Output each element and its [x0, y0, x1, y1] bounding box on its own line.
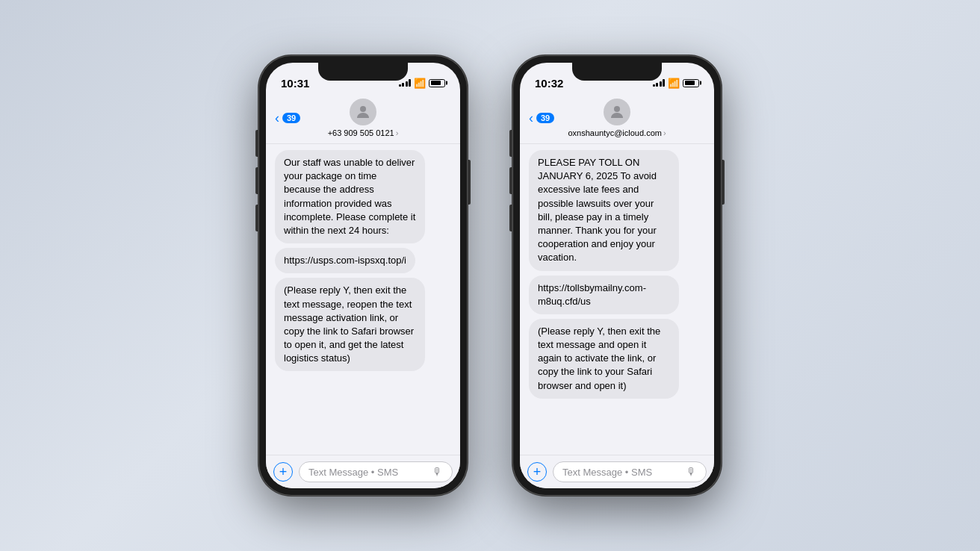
mic-icon-2: 🎙	[686, 466, 697, 478]
message-bubble-1c: (Please reply Y, then exit the text mess…	[275, 278, 425, 371]
battery-icon-2	[683, 79, 699, 87]
nav-bar-1: ‹ 39 +63 909 505 0121 ›	[266, 96, 460, 144]
message-bubble-2a: PLEASE PAY TOLL ON JANUARY 6, 2025 To av…	[529, 150, 679, 271]
contact-info-1[interactable]: +63 909 505 0121 ›	[328, 99, 399, 137]
message-input-placeholder-2: Text Message • SMS	[562, 467, 652, 478]
message-text-1c: (Please reply Y, then exit the text mess…	[284, 284, 414, 364]
messages-area-1: Our staff was unable to deliver your pac…	[266, 144, 460, 455]
avatar-1	[350, 99, 376, 125]
input-bar-1: + Text Message • SMS 🎙	[266, 455, 460, 488]
contact-name-2: oxnshauntyc@icloud.com ›	[568, 128, 666, 137]
add-attachment-button-2[interactable]: +	[527, 462, 547, 482]
screen-2: 10:32 📶 ‹ 39	[520, 63, 714, 488]
nav-bar-2: ‹ 39 oxnshauntyc@icloud.com ›	[520, 96, 714, 144]
message-text-2b: https://tollsbymailny.com-m8uq.cfd/us	[538, 282, 646, 307]
avatar-2	[604, 99, 630, 125]
signal-icon-2	[653, 79, 666, 87]
message-text-1b: https://usps.com-ispsxq.top/i	[284, 255, 406, 266]
contact-name-text-1: +63 909 505 0121	[328, 128, 394, 137]
status-time-1: 10:31	[281, 77, 309, 90]
message-text-2a: PLEASE PAY TOLL ON JANUARY 6, 2025 To av…	[538, 157, 657, 263]
status-time-2: 10:32	[535, 77, 563, 90]
message-input-2[interactable]: Text Message • SMS 🎙	[553, 461, 707, 482]
back-badge-2: 39	[536, 113, 554, 123]
svg-point-0	[360, 106, 366, 112]
contact-info-2[interactable]: oxnshauntyc@icloud.com ›	[568, 99, 666, 137]
back-chevron-icon-2: ‹	[529, 110, 533, 126]
message-input-placeholder-1: Text Message • SMS	[308, 467, 398, 478]
message-text-2c: (Please reply Y, then exit the text mess…	[538, 326, 660, 391]
contact-chevron-1: ›	[396, 128, 399, 137]
phone-1: 10:31 📶 ‹ 39	[258, 55, 468, 496]
svg-point-1	[614, 106, 620, 112]
phone-2: 10:32 📶 ‹ 39	[512, 55, 722, 496]
phone-frame-2: 10:32 📶 ‹ 39	[512, 55, 722, 496]
messages-area-2: PLEASE PAY TOLL ON JANUARY 6, 2025 To av…	[520, 144, 714, 455]
message-text-1a: Our staff was unable to deliver your pac…	[284, 157, 415, 236]
back-button-1[interactable]: ‹ 39	[275, 110, 300, 126]
contact-name-text-2: oxnshauntyc@icloud.com	[568, 128, 662, 137]
signal-icon-1	[399, 79, 412, 87]
back-chevron-icon-1: ‹	[275, 110, 279, 126]
back-badge-1: 39	[282, 113, 300, 123]
phone-frame-1: 10:31 📶 ‹ 39	[258, 55, 468, 496]
mic-icon-1: 🎙	[432, 466, 443, 478]
message-input-1[interactable]: Text Message • SMS 🎙	[299, 461, 453, 482]
input-bar-2: + Text Message • SMS 🎙	[520, 455, 714, 488]
message-bubble-2b[interactable]: https://tollsbymailny.com-m8uq.cfd/us	[529, 276, 679, 314]
contact-chevron-2: ›	[663, 128, 666, 137]
notch-1	[318, 63, 408, 81]
add-attachment-button-1[interactable]: +	[273, 462, 293, 482]
contact-name-1: +63 909 505 0121 ›	[328, 128, 399, 137]
message-bubble-1b[interactable]: https://usps.com-ispsxq.top/i	[275, 248, 415, 273]
battery-icon-1	[429, 79, 445, 87]
wifi-icon-1: 📶	[414, 78, 426, 89]
message-bubble-1a: Our staff was unable to deliver your pac…	[275, 150, 425, 243]
status-icons-2: 📶	[653, 78, 700, 89]
wifi-icon-2: 📶	[668, 78, 680, 89]
screen-1: 10:31 📶 ‹ 39	[266, 63, 460, 488]
back-button-2[interactable]: ‹ 39	[529, 110, 554, 126]
status-icons-1: 📶	[399, 78, 446, 89]
notch-2	[572, 63, 662, 81]
message-bubble-2c: (Please reply Y, then exit the text mess…	[529, 319, 679, 399]
